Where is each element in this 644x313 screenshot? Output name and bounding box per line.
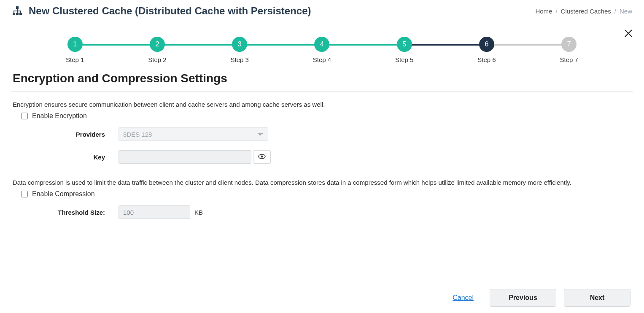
step-connector: [73, 44, 156, 46]
header-left: New Clustered Cache (Distributed Cache w…: [12, 5, 311, 17]
section-title: Encryption and Compression Settings: [13, 72, 631, 85]
step-5[interactable]: 5Step 5: [395, 37, 413, 63]
encryption-description: Encryption ensures secure communication …: [13, 101, 631, 108]
threshold-unit: KB: [194, 209, 203, 216]
threshold-label: Threshold Size:: [11, 209, 119, 216]
step-3[interactable]: 3Step 3: [231, 37, 249, 63]
svg-rect-0: [16, 6, 19, 9]
step-4[interactable]: 4Step 4: [313, 37, 331, 63]
enable-compression-checkbox[interactable]: [21, 191, 28, 197]
providers-row: Providers 3DES 128: [11, 127, 633, 141]
step-2[interactable]: 2Step 2: [148, 37, 166, 63]
svg-point-5: [261, 155, 263, 157]
breadcrumb-current: New: [620, 8, 632, 15]
enable-compression-row: Enable Compression: [21, 190, 631, 198]
key-label: Key: [11, 154, 119, 161]
step-circle: 7: [561, 37, 577, 52]
step-circle: 4: [314, 37, 329, 52]
step-label: Step 7: [560, 56, 578, 63]
svg-rect-1: [13, 13, 15, 15]
svg-rect-2: [16, 13, 19, 15]
breadcrumb: Home / Clustered Caches / New: [535, 8, 632, 15]
wizard-panel: 1Step 12Step 23Step 34Step 45Step 56Step…: [3, 23, 641, 311]
step-label: Step 1: [66, 56, 84, 63]
page-header: New Clustered Cache (Distributed Cache w…: [0, 0, 644, 23]
step-label: Step 3: [231, 56, 249, 63]
cancel-button[interactable]: Cancel: [453, 294, 474, 302]
step-label: Step 4: [313, 56, 331, 63]
step-circle: 5: [397, 37, 412, 52]
step-circle: 1: [67, 37, 83, 52]
step-label: Step 2: [148, 56, 166, 63]
svg-rect-3: [19, 13, 22, 15]
breadcrumb-home[interactable]: Home: [535, 8, 552, 15]
step-connector: [488, 44, 571, 46]
providers-label: Providers: [11, 131, 119, 138]
step-circle: 3: [232, 37, 247, 52]
next-button[interactable]: Next: [564, 289, 631, 307]
step-label: Step 5: [395, 56, 413, 63]
providers-select[interactable]: 3DES 128: [119, 127, 268, 141]
enable-encryption-row: Enable Encryption: [21, 112, 631, 120]
step-circle: 6: [479, 37, 494, 52]
step-label: Step 6: [477, 56, 496, 63]
step-6[interactable]: 6Step 6: [477, 37, 496, 63]
breadcrumb-sep: /: [614, 8, 616, 15]
step-connector: [156, 44, 240, 46]
page-title: New Clustered Cache (Distributed Cache w…: [29, 5, 311, 17]
step-circle: 2: [150, 37, 165, 52]
compression-description: Data compression is used to limit the da…: [13, 179, 631, 186]
hierarchy-icon: [12, 6, 23, 16]
previous-button[interactable]: Previous: [490, 289, 556, 307]
key-input[interactable]: [119, 150, 251, 164]
section-divider: [11, 91, 633, 92]
enable-encryption-checkbox[interactable]: [21, 113, 28, 119]
step-connector: [239, 44, 322, 46]
threshold-row: Threshold Size: KB: [11, 205, 633, 219]
key-row: Key: [11, 150, 633, 164]
enable-compression-label[interactable]: Enable Compression: [32, 190, 95, 198]
step-1[interactable]: 1Step 1: [66, 37, 84, 63]
threshold-input[interactable]: [119, 205, 190, 219]
breadcrumb-sep: /: [555, 8, 557, 15]
eye-icon: [258, 154, 266, 160]
step-connector: [405, 44, 488, 46]
wizard-footer: Cancel Previous Next: [11, 285, 633, 307]
enable-encryption-label[interactable]: Enable Encryption: [32, 112, 87, 120]
show-key-button[interactable]: [253, 150, 271, 164]
step-7[interactable]: 7Step 7: [560, 37, 578, 63]
stepper: 1Step 12Step 23Step 34Step 45Step 56Step…: [11, 31, 633, 67]
breadcrumb-caches[interactable]: Clustered Caches: [561, 8, 611, 15]
step-connector: [322, 44, 405, 46]
